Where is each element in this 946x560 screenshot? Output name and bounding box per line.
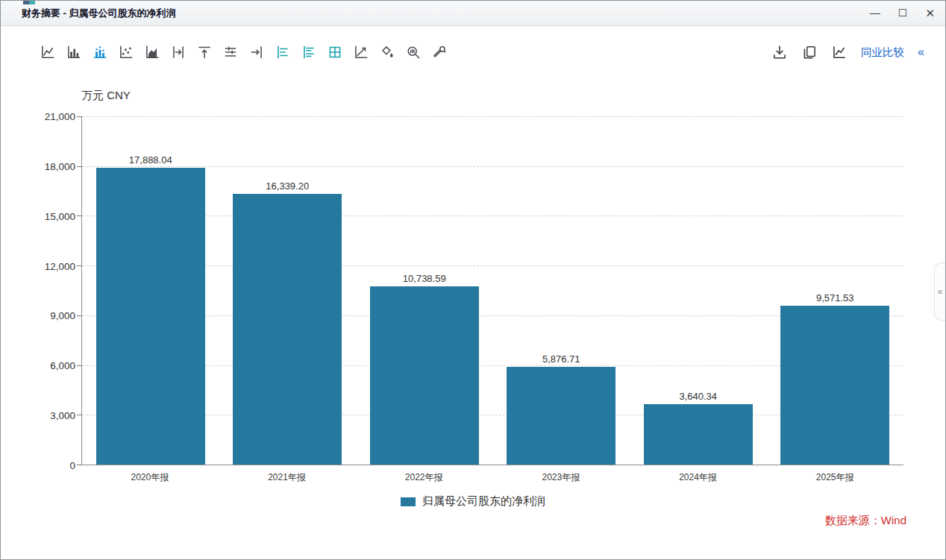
zoom-chart-icon[interactable] <box>405 44 422 60</box>
bar-column: 5,876.71 <box>493 116 630 465</box>
bar-column: 9,571.53 <box>767 116 904 465</box>
y-axis-labels: 03,0006,0009,00012,00015,00018,00021,000 <box>1 116 75 465</box>
y-tick-mark <box>77 166 82 167</box>
bar-value-label: 17,888.04 <box>129 154 172 166</box>
top-axis-icon[interactable] <box>196 44 213 60</box>
toolbar-right: 同业比较 « <box>771 44 924 60</box>
y-tick-label: 9,000 <box>50 310 75 321</box>
bar[interactable] <box>233 194 342 465</box>
bar-value-label: 5,876.71 <box>542 353 580 365</box>
area-chart-icon[interactable] <box>144 44 160 60</box>
y-tick-label: 12,000 <box>45 260 75 271</box>
bar[interactable] <box>507 367 615 465</box>
bar-column: 3,640.34 <box>630 116 767 465</box>
side-panel-collapse-chevron: « <box>938 286 943 297</box>
trend-line-icon[interactable] <box>353 44 369 60</box>
toolbar-left-icons <box>40 44 448 60</box>
line-chart-icon[interactable] <box>40 44 56 60</box>
bar-value-label: 16,339.20 <box>266 180 309 192</box>
y-tick-label: 18,000 <box>45 160 75 172</box>
legend-marker <box>401 497 416 506</box>
peer-compare-link[interactable]: 同业比较 <box>861 45 904 60</box>
bar[interactable] <box>644 404 753 465</box>
y-tick-mark <box>77 365 82 366</box>
maximize-icon[interactable]: ☐ <box>898 7 908 19</box>
bar[interactable] <box>780 306 889 465</box>
bar-range-icon[interactable] <box>170 44 187 60</box>
y-tick-mark <box>77 265 82 266</box>
data-source: 数据来源：Wind <box>825 514 906 528</box>
y-tick-mark <box>77 215 82 216</box>
axis-unit-label: 万元 CNY <box>81 89 131 103</box>
bar-column: 16,339.20 <box>219 116 357 465</box>
bar-value-label: 10,738.59 <box>403 273 446 284</box>
legend: 归属母公司股东的净利润 <box>1 494 945 509</box>
bar-column: 10,738.59 <box>356 116 493 465</box>
y-tick-label: 6,000 <box>50 360 75 371</box>
bars: 17,888.0416,339.2010,738.595,876.713,640… <box>82 116 903 465</box>
toolbar: 同业比较 « <box>1 26 945 66</box>
copy-icon[interactable] <box>801 44 818 60</box>
side-panel-collapse-handle[interactable]: « <box>934 262 945 321</box>
legend-item[interactable]: 归属母公司股东的净利润 <box>401 494 545 509</box>
x-axis-label: 2021年报 <box>219 471 356 484</box>
multi-line-icon[interactable] <box>222 44 239 60</box>
app-icon <box>23 1 35 4</box>
x-axis-label: 2023年报 <box>492 471 630 484</box>
y-tick-mark <box>77 315 82 316</box>
window-title: 财务摘要 - 归属母公司股东的净利润 <box>22 7 176 20</box>
bar-chart-icon[interactable] <box>66 44 82 60</box>
plot-area: 17,888.0416,339.2010,738.595,876.713,640… <box>81 116 903 465</box>
hbar-split-icon[interactable] <box>301 44 317 60</box>
legend-label: 归属母公司股东的净利润 <box>422 494 545 509</box>
chart-edit-icon[interactable] <box>831 44 848 60</box>
shift-right-icon[interactable] <box>248 44 265 60</box>
y-tick-mark <box>77 465 82 465</box>
y-tick-mark <box>77 415 82 415</box>
y-tick-label: 3,000 <box>50 410 75 421</box>
style-fill-icon[interactable] <box>379 44 395 60</box>
app-window: 财务摘要 - 归属母公司股东的净利润 — ☐ ✕ 同业比较 « 万元 CNY 0… <box>0 0 946 560</box>
close-icon[interactable]: ✕ <box>925 7 935 19</box>
minimize-icon[interactable]: — <box>870 7 880 19</box>
y-tick-label: 0 <box>69 460 75 471</box>
bar-value-label: 9,571.53 <box>816 292 854 303</box>
chart-area: 万元 CNY 03,0006,0009,00012,00015,00018,00… <box>1 66 945 559</box>
x-axis-label: 2022年报 <box>355 471 492 484</box>
chart-tools-icon[interactable] <box>431 44 448 60</box>
title-bar: 财务摘要 - 归属母公司股东的净利润 — ☐ ✕ <box>1 1 945 26</box>
toolbar-right-icons <box>771 44 848 60</box>
bar[interactable] <box>96 168 205 465</box>
x-axis-labels: 2020年报2021年报2022年报2023年报2024年报2025年报 <box>81 471 903 484</box>
x-axis-label: 2020年报 <box>81 471 219 484</box>
y-tick-label: 21,000 <box>45 111 75 122</box>
labeled-bar-chart-icon[interactable] <box>92 44 108 60</box>
bar-column: 17,888.04 <box>82 116 219 465</box>
y-tick-mark <box>77 116 82 117</box>
x-axis-label: 2024年报 <box>630 471 767 484</box>
window-controls: — ☐ ✕ <box>870 7 935 19</box>
scatter-chart-icon[interactable] <box>118 44 134 60</box>
download-icon[interactable] <box>771 44 788 60</box>
data-table-icon[interactable] <box>327 44 343 60</box>
bar-value-label: 3,640.34 <box>679 391 717 402</box>
y-tick-label: 15,000 <box>45 210 75 221</box>
hbar-left-axis-icon[interactable] <box>275 44 291 60</box>
bar[interactable] <box>370 286 479 465</box>
x-axis-label: 2025年报 <box>766 471 903 484</box>
toolbar-collapse-chevrons[interactable]: « <box>918 46 924 58</box>
